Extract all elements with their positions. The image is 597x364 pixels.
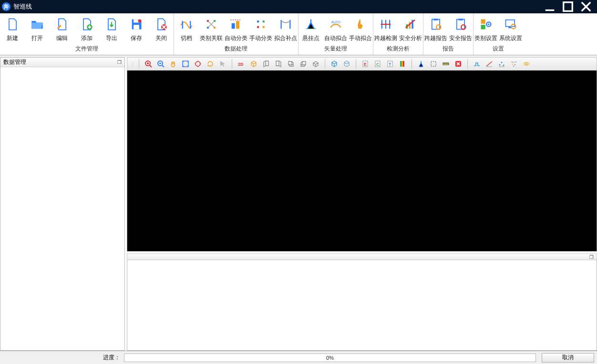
group-label-vector: 矢量处理 [298, 45, 373, 54]
class-link-button[interactable]: 类别关联 [199, 13, 224, 45]
manual-classify-button[interactable]: 手动分类 [248, 13, 273, 45]
tower-tool-icon[interactable] [415, 59, 427, 69]
minimize-button[interactable] [544, 1, 556, 12]
class-settings-button[interactable]: 类别设置 [473, 13, 498, 45]
profile-icon[interactable] [471, 59, 483, 69]
side-panel-body [0, 67, 124, 350]
svg-text:2D: 2D [238, 62, 244, 67]
reset-view-icon[interactable] [205, 59, 216, 69]
view-left-icon[interactable] [285, 59, 297, 69]
progress-percent: 0% [326, 355, 334, 361]
close-file-icon [154, 16, 168, 32]
side-panel: 数据管理 ❐ [0, 57, 125, 351]
cancel-button[interactable]: 取消 [542, 353, 594, 363]
manual-classify-label: 手动分类 [249, 34, 272, 42]
save-icon [130, 16, 143, 32]
safety-analysis-button[interactable]: 安全分析 [398, 13, 423, 45]
contour-icon[interactable] [521, 59, 532, 69]
ribbon-group-detect: 跨越检测 安全分析 检测分析 [373, 13, 423, 55]
ribbon-group-vector: 悬挂点 AUTO自动拟合 手动拟合 矢量处理 [298, 13, 373, 55]
system-settings-button[interactable]: 系统设置 [498, 13, 523, 45]
safety-report-button[interactable]: 安全报告 [448, 13, 473, 45]
hanging-point-icon [304, 16, 318, 32]
fullscreen-icon[interactable] [180, 59, 191, 69]
scatter-icon[interactable] [496, 59, 507, 69]
ribbon-group-file: 新建 打开 编辑 添加 导出 保存 关闭 文件管理 [0, 13, 174, 55]
auto-classify-button[interactable]: 自动分类 [224, 13, 248, 45]
add-button[interactable]: 添加 [74, 13, 99, 45]
viewport-3d[interactable] [127, 71, 597, 252]
crossing-detect-button[interactable]: 跨越检测 [373, 13, 398, 45]
svg-point-57 [514, 62, 515, 63]
goto-icon[interactable] [192, 59, 204, 69]
undock-icon[interactable]: ❐ [117, 60, 122, 65]
close-button[interactable] [580, 1, 592, 12]
bottom-dock-body [127, 260, 597, 351]
status-bar: 进度： 0% 取消 [0, 351, 597, 364]
svg-rect-30 [481, 25, 485, 29]
crossing-report-button[interactable]: 跨越报告 [423, 13, 448, 45]
open-button[interactable]: 打开 [25, 13, 50, 45]
close-label: 关闭 [155, 34, 167, 42]
view-2d-icon[interactable]: 2D [236, 59, 247, 69]
safety-analysis-icon [404, 16, 417, 32]
svg-point-53 [499, 64, 501, 66]
time-color-icon[interactable]: T [384, 59, 396, 69]
undock-bottom-icon[interactable]: ❐ [589, 254, 594, 260]
svg-point-61 [513, 66, 514, 67]
svg-point-55 [503, 65, 504, 66]
safety-report-label: 安全报告 [449, 34, 472, 42]
box-deselect-icon[interactable] [341, 59, 352, 69]
svg-rect-47 [400, 61, 401, 67]
view-top-icon[interactable] [310, 59, 321, 69]
group-label-file: 文件管理 [0, 45, 174, 54]
manual-fit-icon [354, 16, 367, 32]
system-settings-label: 系统设置 [499, 34, 522, 42]
box-select-icon[interactable] [329, 59, 340, 69]
app-icon: 奔 [2, 2, 10, 11]
measure-icon[interactable] [440, 59, 452, 69]
new-button[interactable]: 新建 [0, 13, 25, 45]
hanging-point-button[interactable]: 悬挂点 [298, 13, 323, 45]
intensity-color-icon[interactable] [397, 59, 408, 69]
svg-rect-1 [564, 2, 573, 11]
group-label-data: 数据处理 [174, 45, 298, 54]
progress-bar: 0% [124, 354, 536, 362]
svg-rect-27 [458, 19, 463, 20]
zoom-in-icon[interactable] [143, 59, 154, 69]
edit-button[interactable]: 编辑 [50, 13, 74, 45]
svg-text:E: E [364, 62, 367, 67]
auto-fit-button[interactable]: AUTO自动拟合 [323, 13, 348, 45]
view-right-icon[interactable] [298, 59, 309, 69]
segment-button[interactable]: 切档 [174, 13, 199, 45]
delete-icon[interactable] [453, 59, 464, 69]
fit-fill-button[interactable]: 拟合补点 [273, 13, 298, 45]
svg-text:AUTO: AUTO [331, 20, 341, 24]
crossing-report-label: 跨越报告 [424, 34, 447, 42]
export-button[interactable]: 导出 [99, 13, 124, 45]
manual-fit-button[interactable]: 手动拟合 [348, 13, 373, 45]
view-front-icon[interactable] [260, 59, 272, 69]
class-settings-icon [479, 16, 493, 32]
svg-point-39 [196, 61, 200, 66]
view-3d-icon[interactable] [248, 59, 259, 69]
safety-report-icon [454, 16, 467, 32]
pan-icon[interactable] [167, 59, 179, 69]
crossing-detect-label: 跨越检测 [374, 34, 397, 42]
svg-point-62 [524, 62, 529, 65]
view-back-icon[interactable] [273, 59, 284, 69]
maximize-button[interactable] [562, 1, 574, 12]
class-color-icon[interactable]: C [372, 59, 383, 69]
pointer-icon[interactable] [217, 59, 228, 69]
select-rect-icon[interactable] [428, 59, 439, 69]
hanging-point-label: 悬挂点 [302, 34, 319, 42]
elevation-color-icon[interactable]: E [360, 59, 371, 69]
side-panel-header: 数据管理 ❐ [0, 58, 124, 67]
section-icon[interactable] [484, 59, 495, 69]
zoom-out-icon[interactable] [155, 59, 166, 69]
save-button[interactable]: 保存 [124, 13, 149, 45]
density-icon[interactable] [508, 59, 520, 69]
close-button-ribbon[interactable]: 关闭 [149, 13, 174, 45]
class-link-icon [205, 16, 218, 32]
svg-text:C: C [376, 62, 380, 67]
